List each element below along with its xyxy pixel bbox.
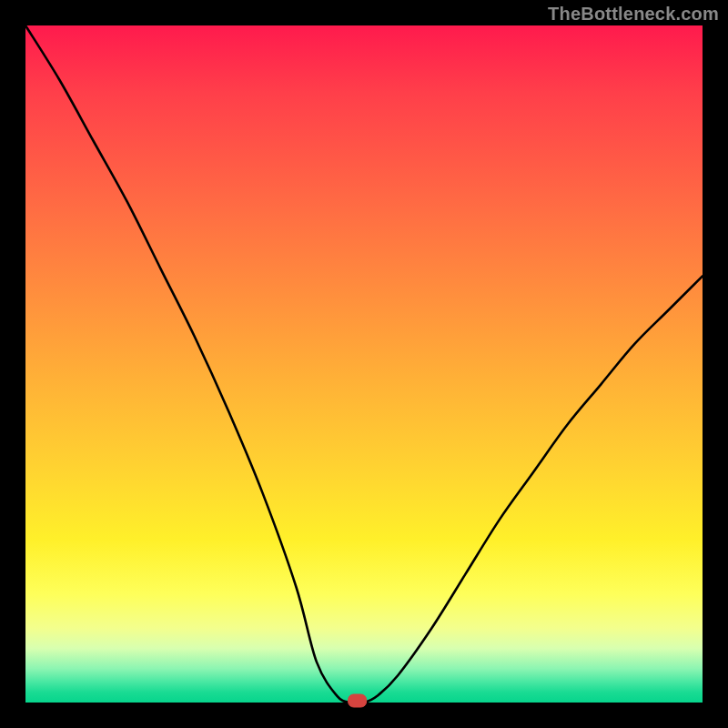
curve-svg: [25, 25, 703, 703]
minimum-marker: [349, 694, 367, 707]
bottleneck-curve-path: [25, 25, 703, 703]
plot-area: [25, 25, 703, 703]
watermark-text: TheBottleneck.com: [548, 4, 719, 25]
chart-frame: TheBottleneck.com: [0, 0, 728, 728]
